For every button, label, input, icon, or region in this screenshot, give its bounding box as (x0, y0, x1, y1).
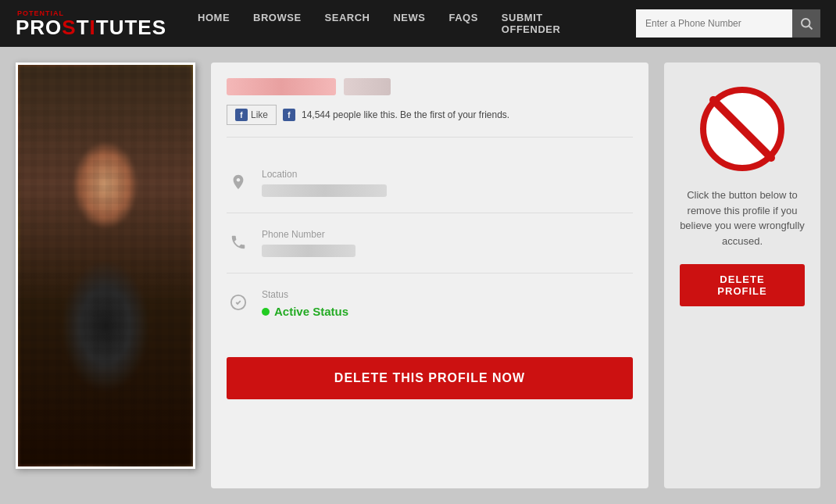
main-nav: HOME BROWSE SEARCH NEWS FAQS SUBMIT OFFE… (198, 12, 605, 35)
active-status-display: Active Status (262, 305, 348, 318)
delete-panel-description: Click the button below to remove this pr… (680, 188, 805, 248)
active-status-text: Active Status (274, 305, 348, 318)
status-section: Status Active Status (227, 273, 633, 334)
status-content: Status Active Status (262, 289, 348, 318)
phone-search-input[interactable] (636, 9, 792, 38)
nav-browse[interactable]: BROWSE (253, 12, 302, 35)
name-blurred-1 (227, 78, 336, 95)
search-icon (799, 16, 813, 30)
phone-value-blurred (262, 245, 355, 257)
status-icon (227, 291, 250, 314)
like-label: Like (251, 109, 268, 120)
like-bar: f Like f 14,544 people like this. Be the… (227, 105, 633, 138)
pixel-grid-overlay (18, 65, 193, 466)
no-symbol-icon (699, 86, 785, 172)
main-content: f Like f 14,544 people like this. Be the… (0, 47, 836, 504)
active-dot-indicator (262, 308, 270, 316)
phone-section: Phone Number (227, 213, 633, 273)
nav-news[interactable]: NEWS (393, 12, 425, 35)
svg-line-1 (809, 26, 812, 29)
search-area (636, 9, 820, 38)
delete-profile-panel-button[interactable]: DELETE PROFILE (680, 264, 805, 306)
location-content: Location (262, 169, 387, 197)
delete-profile-now-button[interactable]: DELETE THIS PROFILE NOW (227, 357, 633, 399)
facebook-icon: f (235, 109, 248, 121)
nav-search[interactable]: SEARCH (325, 12, 370, 35)
location-section: Location (227, 153, 633, 213)
phone-icon (227, 231, 250, 254)
status-label: Status (262, 289, 348, 300)
delete-panel: Click the button below to remove this pr… (664, 63, 820, 488)
location-icon (227, 170, 250, 194)
location-value-blurred (262, 184, 387, 197)
location-label: Location (262, 169, 387, 180)
profile-details: f Like f 14,544 people like this. Be the… (211, 63, 648, 488)
phone-label: Phone Number (262, 229, 355, 240)
like-count-text: 14,544 people like this. Be the first of… (302, 109, 509, 120)
like-button[interactable]: f Like (227, 105, 277, 125)
search-button[interactable] (792, 9, 820, 38)
profile-photo-container (16, 63, 195, 469)
logo-area: POTENTIAL PROSTITUTES (16, 10, 166, 38)
facebook-icon-2: f (283, 109, 295, 121)
profile-name-area (227, 78, 633, 95)
nav-faqs[interactable]: FAQS (448, 12, 477, 35)
name-blurred-2 (344, 78, 391, 95)
nav-submit-offender[interactable]: SUBMIT OFFENDER (502, 12, 605, 35)
phone-content: Phone Number (262, 229, 355, 257)
profile-photo (18, 65, 193, 466)
nav-home[interactable]: HOME (198, 12, 230, 35)
logo-main: PROSTITUTES (16, 17, 166, 38)
header: POTENTIAL PROSTITUTES HOME BROWSE SEARCH… (0, 0, 836, 47)
svg-point-0 (802, 19, 810, 27)
